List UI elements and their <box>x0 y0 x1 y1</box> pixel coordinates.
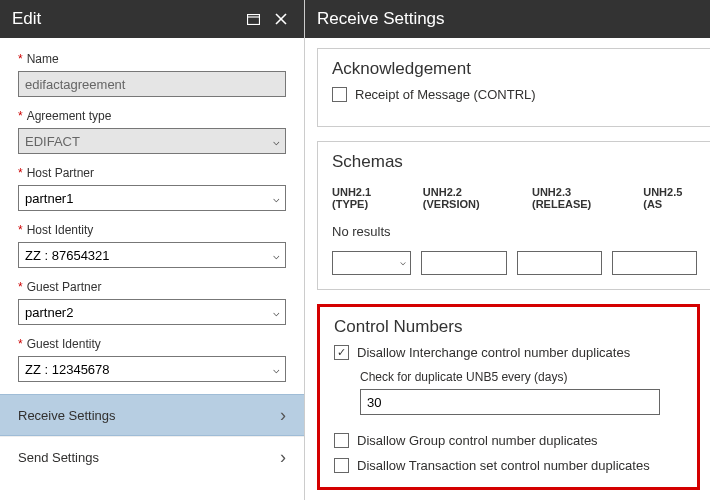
name-label: Name <box>27 52 59 66</box>
chevron-right-icon: › <box>280 405 286 426</box>
nav-receive-settings[interactable]: Receive Settings › <box>0 394 304 436</box>
section-acknowledgement: Acknowledgement Receipt of Message (CONT… <box>317 48 710 127</box>
field-agreement-type: *Agreement type ⌵ <box>18 109 286 154</box>
schema-h1: UNH2.1 (TYPE) <box>332 186 401 210</box>
close-icon[interactable] <box>270 8 292 30</box>
nav-receive-label: Receive Settings <box>18 408 116 423</box>
name-input <box>18 71 286 97</box>
field-host-identity: *Host Identity ⌵ <box>18 223 286 268</box>
field-guest-identity: *Guest Identity ⌵ <box>18 337 286 382</box>
host-identity-select[interactable] <box>18 242 286 268</box>
receive-title: Receive Settings <box>317 9 445 29</box>
schema-release-input[interactable] <box>517 251 602 275</box>
edit-header: Edit <box>0 0 304 38</box>
schema-version-input[interactable] <box>421 251 506 275</box>
guest-identity-label: Guest Identity <box>27 337 101 351</box>
schema-headers: UNH2.1 (TYPE) UNH2.2 (VERSION) UNH2.3 (R… <box>332 180 697 216</box>
ack-receipt-label: Receipt of Message (CONTRL) <box>355 87 536 102</box>
agreement-type-select <box>18 128 286 154</box>
checkbox-disallow-txn[interactable] <box>334 458 349 473</box>
row-disallow-txn[interactable]: Disallow Transaction set control number … <box>334 458 683 473</box>
input-check-dup-days[interactable] <box>360 389 660 415</box>
ack-receipt-row[interactable]: Receipt of Message (CONTRL) <box>332 87 697 102</box>
label-disallow-txn: Disallow Transaction set control number … <box>357 458 650 473</box>
agreement-type-label: Agreement type <box>27 109 112 123</box>
schema-as-input[interactable] <box>612 251 697 275</box>
checkbox-disallow-group[interactable] <box>334 433 349 448</box>
checkbox-disallow-interchange[interactable]: ✓ <box>334 345 349 360</box>
receive-header: Receive Settings <box>305 0 710 38</box>
host-identity-label: Host Identity <box>27 223 94 237</box>
schema-no-results: No results <box>332 216 697 251</box>
row-disallow-group[interactable]: Disallow Group control number duplicates <box>334 433 683 448</box>
field-host-partner: *Host Partner ⌵ <box>18 166 286 211</box>
schemas-title: Schemas <box>332 152 697 172</box>
guest-partner-label: Guest Partner <box>27 280 102 294</box>
field-guest-partner: *Guest Partner ⌵ <box>18 280 286 325</box>
checkbox-receipt[interactable] <box>332 87 347 102</box>
schema-h2: UNH2.2 (VERSION) <box>423 186 510 210</box>
label-check-dup: Check for duplicate UNB5 every (days) <box>360 370 683 384</box>
nav-send-settings[interactable]: Send Settings › <box>0 436 304 478</box>
edit-pane: Edit *Name *Agreement type ⌵ * <box>0 0 305 500</box>
receive-settings-pane: Receive Settings Acknowledgement Receipt… <box>305 0 710 500</box>
guest-identity-select[interactable] <box>18 356 286 382</box>
section-schemas: Schemas UNH2.1 (TYPE) UNH2.2 (VERSION) U… <box>317 141 710 290</box>
nav-send-label: Send Settings <box>18 450 99 465</box>
host-partner-label: Host Partner <box>27 166 94 180</box>
section-control-numbers: Control Numbers ✓ Disallow Interchange c… <box>317 304 700 490</box>
row-disallow-interchange[interactable]: ✓ Disallow Interchange control number du… <box>334 345 683 360</box>
restore-window-icon[interactable] <box>242 8 264 30</box>
svg-rect-0 <box>247 14 259 24</box>
block-check-duplicate: Check for duplicate UNB5 every (days) <box>360 370 683 415</box>
label-disallow-group: Disallow Group control number duplicates <box>357 433 598 448</box>
edit-title: Edit <box>12 9 41 29</box>
schema-h4: UNH2.5 (AS <box>643 186 697 210</box>
chevron-down-icon: ⌵ <box>400 256 406 267</box>
label-disallow-interchange: Disallow Interchange control number dupl… <box>357 345 630 360</box>
schema-h3: UNH2.3 (RELEASE) <box>532 186 621 210</box>
control-title: Control Numbers <box>334 317 683 337</box>
host-partner-select[interactable] <box>18 185 286 211</box>
chevron-right-icon: › <box>280 447 286 468</box>
ack-title: Acknowledgement <box>332 59 697 79</box>
guest-partner-select[interactable] <box>18 299 286 325</box>
schema-type-select[interactable]: ⌵ <box>332 251 411 275</box>
field-name: *Name <box>18 52 286 97</box>
schema-input-row: ⌵ <box>332 251 697 275</box>
